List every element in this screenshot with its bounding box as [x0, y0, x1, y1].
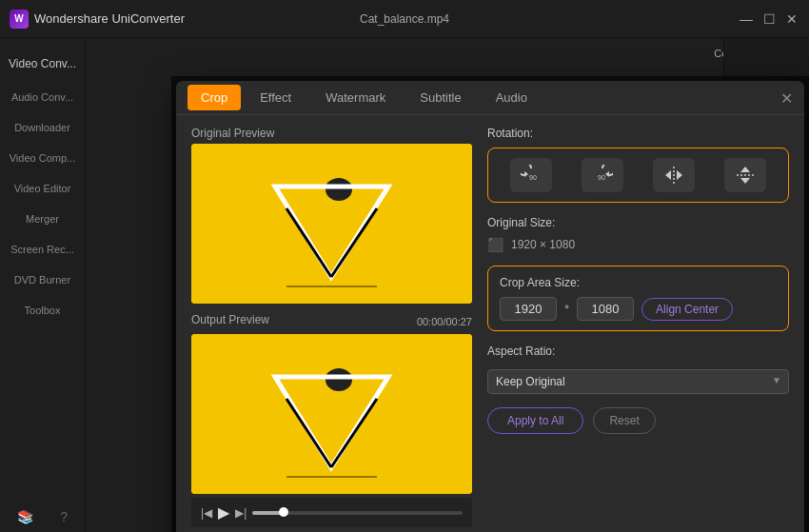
output-preview-box	[191, 334, 472, 494]
maximize-btn[interactable]: ☐	[761, 11, 777, 27]
svg-marker-25	[740, 178, 750, 184]
rotate-left-btn[interactable]: 90	[510, 158, 552, 192]
app-title: Wondershare UniConverter	[34, 11, 185, 26]
rotate-left-icon: 90	[521, 165, 542, 186]
original-size-section: Original Size: ⬛ 1920 × 1080	[487, 216, 789, 252]
app-logo: W Wondershare UniConverter	[10, 10, 185, 29]
tab-bar: Crop Effect Watermark Subtitle Audio ✕	[176, 81, 804, 115]
flip-horizontal-btn[interactable]	[653, 158, 695, 192]
sidebar-item-screen-rec[interactable]: Screen Rec...	[0, 234, 85, 265]
apply-to-all-btn[interactable]: Apply to All	[487, 407, 583, 434]
close-app-btn[interactable]: ✕	[784, 11, 799, 27]
aspect-ratio-select-wrapper: Keep Original 16:9 4:3 1:1 9:16 ▼	[487, 365, 789, 394]
progress-bar[interactable]	[252, 511, 463, 515]
skip-fwd-btn[interactable]: ▶|	[235, 506, 247, 520]
crop-area-label: Crop Area Size:	[500, 276, 777, 289]
tab-crop[interactable]: Crop	[187, 85, 241, 110]
window-controls: — ☐ ✕	[739, 11, 799, 27]
crop-area-box: Crop Area Size: * Align Center	[487, 266, 789, 331]
original-size-row: ⬛ 1920 × 1080	[487, 237, 789, 252]
svg-text:90: 90	[598, 174, 605, 181]
action-row: Apply to All Reset	[487, 407, 789, 434]
original-size-label: Original Size:	[487, 216, 789, 229]
original-preview-box	[191, 144, 472, 304]
output-time: 00:00/00:27	[417, 316, 472, 327]
output-video-frame	[191, 334, 472, 494]
tab-effect[interactable]: Effect	[243, 81, 308, 114]
minimize-btn[interactable]: —	[739, 11, 754, 27]
svg-text:90: 90	[529, 174, 537, 181]
rotation-label: Rotation:	[487, 127, 789, 140]
logo-icon: W	[10, 10, 29, 29]
flip-horizontal-icon	[663, 165, 684, 186]
main-layout: Video Conv... Audio Conv... Downloader V…	[0, 38, 809, 532]
help-icon[interactable]: ?	[60, 509, 68, 524]
skip-back-btn[interactable]: |◀	[201, 506, 212, 520]
tab-watermark[interactable]: Watermark	[308, 81, 403, 114]
svg-marker-21	[665, 170, 671, 180]
settings-panel: Rotation: 90	[487, 127, 789, 527]
sidebar-bottom: 📚 ?	[0, 502, 85, 532]
main-content: Conversion Convert Convert Convert Start…	[86, 38, 809, 532]
sidebar: Video Conv... Audio Conv... Downloader V…	[0, 38, 86, 532]
sidebar-item-audio-conv[interactable]: Audio Conv...	[0, 82, 85, 112]
reset-btn[interactable]: Reset	[593, 407, 655, 434]
flip-vertical-btn[interactable]	[724, 158, 766, 192]
filename: Cat_balance.mp4	[360, 12, 449, 26]
title-bar: W Wondershare UniConverter Cat_balance.m…	[0, 0, 809, 38]
original-preview-label: Original Preview	[191, 127, 472, 140]
sidebar-item-video-editor[interactable]: Video Editor	[0, 173, 85, 204]
tab-audio[interactable]: Audio	[479, 81, 544, 114]
sidebar-item-downloader[interactable]: Downloader	[0, 112, 85, 143]
dialog-overlay: Crop Effect Watermark Subtitle Audio ✕ O…	[171, 76, 809, 532]
original-size-value: 1920 × 1080	[511, 238, 575, 251]
playback-controls: |◀ ▶ ▶|	[191, 498, 472, 527]
rotation-box: 90 90	[487, 148, 789, 203]
dialog-content: Original Preview	[176, 115, 804, 532]
original-video-frame	[191, 144, 472, 304]
crop-inputs-row: * Align Center	[500, 297, 777, 321]
rotate-right-btn[interactable]: 90	[582, 158, 623, 192]
output-preview-label: Output Preview	[191, 313, 269, 326]
aspect-ratio-label: Aspect Ratio:	[487, 345, 789, 358]
output-header: Output Preview 00:00/00:27	[191, 313, 472, 330]
sidebar-item-merger[interactable]: Merger	[0, 204, 85, 234]
flip-vertical-icon	[735, 165, 756, 186]
sidebar-item-video-conv[interactable]: Video Conv...	[0, 46, 85, 82]
library-icon[interactable]: 📚	[17, 509, 33, 524]
sidebar-item-video-comp[interactable]: Video Comp...	[0, 143, 85, 173]
crop-area-section: Crop Area Size: * Align Center	[487, 266, 789, 331]
rotation-section: Rotation: 90	[487, 127, 789, 203]
tab-subtitle[interactable]: Subtitle	[403, 81, 478, 114]
play-btn[interactable]: ▶	[218, 503, 229, 522]
align-center-btn[interactable]: Align Center	[641, 298, 733, 321]
rotate-right-icon: 90	[592, 165, 613, 186]
sidebar-item-toolbox[interactable]: Toolbox	[0, 295, 85, 325]
crop-separator: *	[564, 302, 569, 316]
crop-height-input[interactable]	[577, 297, 634, 321]
aspect-ratio-section: Aspect Ratio: Keep Original 16:9 4:3 1:1…	[487, 345, 789, 394]
crop-width-input[interactable]	[500, 297, 557, 321]
original-video-svg	[191, 144, 472, 304]
svg-marker-18	[605, 171, 609, 177]
svg-marker-24	[740, 167, 750, 172]
aspect-ratio-select[interactable]: Keep Original 16:9 4:3 1:1 9:16	[487, 369, 789, 394]
sidebar-item-dvd-burner[interactable]: DVD Burner	[0, 265, 85, 295]
dialog-close-btn[interactable]: ✕	[780, 89, 793, 107]
dialog: Crop Effect Watermark Subtitle Audio ✕ O…	[176, 81, 804, 532]
progress-thumb	[279, 507, 288, 517]
size-icon: ⬛	[487, 237, 503, 252]
preview-panel: Original Preview	[191, 127, 472, 527]
svg-marker-22	[677, 170, 682, 180]
output-video-svg	[191, 334, 472, 494]
svg-marker-16	[524, 171, 528, 177]
